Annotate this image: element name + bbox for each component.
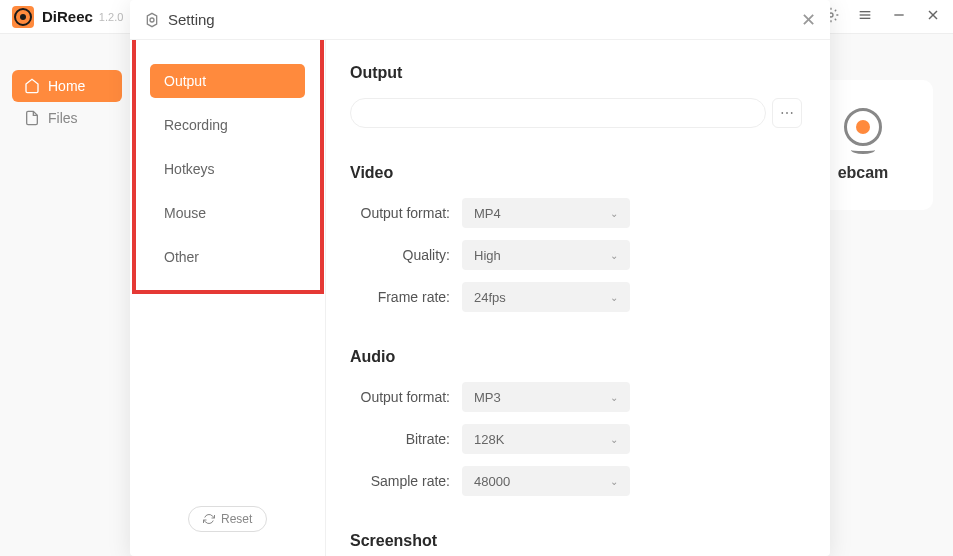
nav-home-label: Home	[48, 78, 85, 94]
minimize-icon[interactable]	[891, 7, 907, 26]
settings-nav-hotkeys[interactable]: Hotkeys	[150, 152, 305, 186]
settings-nav-mouse[interactable]: Mouse	[150, 196, 305, 230]
audio-samplerate-label: Sample rate:	[350, 473, 462, 489]
audio-bitrate-select[interactable]: 128K ⌄	[462, 424, 630, 454]
app-version: 1.2.0	[99, 11, 123, 23]
modal-title: Setting	[168, 11, 215, 28]
audio-bitrate-label: Bitrate:	[350, 431, 462, 447]
audio-format-value: MP3	[474, 390, 501, 405]
video-format-label: Output format:	[350, 205, 462, 221]
video-framerate-select[interactable]: 24fps ⌄	[462, 282, 630, 312]
video-quality-label: Quality:	[350, 247, 462, 263]
nav-home[interactable]: Home	[12, 70, 122, 102]
chevron-down-icon: ⌄	[610, 476, 618, 487]
app-name: DiReec	[42, 8, 93, 25]
settings-modal: Setting ✕ Output Recording Hotkeys Mouse…	[130, 0, 830, 556]
svg-point-8	[150, 18, 154, 22]
modal-close-icon[interactable]: ✕	[801, 9, 816, 31]
reset-label: Reset	[221, 512, 252, 526]
webcam-icon	[839, 108, 887, 156]
section-video-title: Video	[350, 164, 802, 182]
settings-nav-output[interactable]: Output	[150, 64, 305, 98]
chevron-down-icon: ⌄	[610, 250, 618, 261]
audio-samplerate-select[interactable]: 48000 ⌄	[462, 466, 630, 496]
chevron-down-icon: ⌄	[610, 292, 618, 303]
chevron-down-icon: ⌄	[610, 392, 618, 403]
home-icon	[24, 78, 40, 94]
settings-nav: Output Recording Hotkeys Mouse Other Res…	[130, 40, 326, 556]
settings-nav-recording[interactable]: Recording	[150, 108, 305, 142]
file-icon	[24, 110, 40, 126]
video-format-value: MP4	[474, 206, 501, 221]
close-window-icon[interactable]	[925, 7, 941, 26]
section-output-title: Output	[350, 64, 802, 82]
settings-nav-other[interactable]: Other	[150, 240, 305, 274]
svg-marker-7	[147, 13, 156, 26]
ellipsis-icon: ⋯	[780, 105, 795, 121]
chevron-down-icon: ⌄	[610, 434, 618, 445]
video-framerate-label: Frame rate:	[350, 289, 462, 305]
webcam-label: ebcam	[838, 164, 889, 182]
video-format-select[interactable]: MP4 ⌄	[462, 198, 630, 228]
output-path-input[interactable]	[350, 98, 766, 128]
modal-header: Setting ✕	[130, 0, 830, 40]
refresh-icon	[203, 513, 215, 525]
app-logo-icon	[12, 6, 34, 28]
chevron-down-icon: ⌄	[610, 208, 618, 219]
reset-button[interactable]: Reset	[188, 506, 267, 532]
settings-content: Output ⋯ Video Output format: MP4 ⌄ Qual…	[326, 40, 830, 556]
section-audio-title: Audio	[350, 348, 802, 366]
section-screenshot-title: Screenshot	[350, 532, 802, 550]
video-framerate-value: 24fps	[474, 290, 506, 305]
settings-icon	[144, 12, 160, 28]
audio-samplerate-value: 48000	[474, 474, 510, 489]
nav-files-label: Files	[48, 110, 78, 126]
main-sidebar: Home Files	[12, 70, 122, 134]
audio-format-select[interactable]: MP3 ⌄	[462, 382, 630, 412]
video-quality-select[interactable]: High ⌄	[462, 240, 630, 270]
output-path-more-button[interactable]: ⋯	[772, 98, 802, 128]
nav-files[interactable]: Files	[12, 102, 122, 134]
menu-icon[interactable]	[857, 7, 873, 26]
video-quality-value: High	[474, 248, 501, 263]
audio-format-label: Output format:	[350, 389, 462, 405]
audio-bitrate-value: 128K	[474, 432, 504, 447]
